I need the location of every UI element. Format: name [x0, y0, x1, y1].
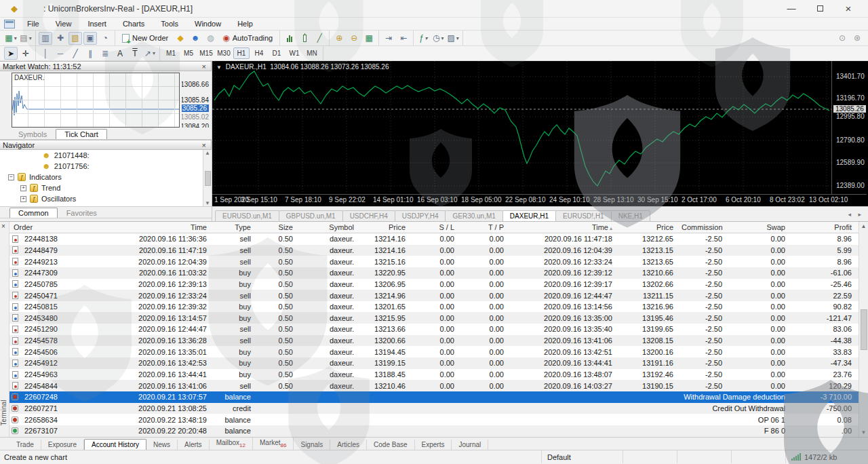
column-header-price[interactable]: Price: [616, 223, 677, 231]
indicators-button[interactable]: ƒ▾: [416, 32, 430, 45]
history-row-22448479[interactable]: 224484792020.09.16 11:47:19sell0.50daxeu…: [9, 245, 859, 256]
tree-item-account[interactable]: ☻ 21071448:: [0, 150, 212, 161]
column-header-commission[interactable]: Commission: [677, 223, 726, 231]
channel-tool[interactable]: ∥: [83, 47, 97, 60]
timeframe-h4[interactable]: H4: [251, 47, 267, 59]
expand-icon[interactable]: +: [20, 196, 26, 202]
history-row-22448138[interactable]: 224481382020.09.16 11:36:36sell0.50daxeu…: [9, 233, 859, 245]
tick-chart[interactable]: DAXEUR.: [12, 73, 180, 128]
expert-advisor-icon[interactable]: ☻: [189, 32, 202, 45]
tree-item-trend[interactable]: + ƒ Trend: [0, 182, 212, 193]
timeframe-m1[interactable]: M1: [163, 47, 179, 59]
auto-scroll-button[interactable]: ⇥: [382, 32, 395, 45]
zoom-in-button[interactable]: ⊕: [332, 32, 346, 45]
terminal-tab-news[interactable]: News: [146, 440, 178, 450]
scroll-down-icon[interactable]: ▼: [861, 429, 867, 436]
terminal-tab-mailbox[interactable]: Mailbox12: [210, 438, 253, 450]
history-row-22453480[interactable]: 224534802020.09.16 13:14:57buy0.50daxeur…: [9, 312, 859, 324]
price-chart[interactable]: ▼ DAXEUR.,H1 13084.06 13088.26 13073.26 …: [212, 61, 868, 206]
column-header-order[interactable]: Order: [9, 223, 68, 231]
new-order-button[interactable]: New Order: [117, 32, 173, 45]
expand-icon[interactable]: +: [20, 185, 26, 191]
timeframe-h1[interactable]: H1: [233, 47, 250, 59]
column-header-s-l[interactable]: S / L: [410, 223, 458, 231]
history-row-22451290[interactable]: 224512902020.09.16 12:44:47sell0.50daxeu…: [9, 324, 859, 335]
history-row-22454506[interactable]: 224545062020.09.16 13:35:01buy0.50daxeur…: [9, 346, 859, 357]
scroll-up-icon[interactable]: ▲: [205, 150, 210, 156]
maximize-button[interactable]: [808, 2, 831, 16]
history-row-22454912[interactable]: 224549122020.09.16 13:42:53buy0.50daxeur…: [9, 357, 859, 369]
bar-chart-button[interactable]: [283, 32, 296, 45]
minimize-button[interactable]: —: [780, 2, 803, 16]
strategy-tester-toggle[interactable]: ◔: [98, 32, 112, 45]
zoom-out-button[interactable]: ⊖: [347, 32, 361, 45]
tab-tick-chart[interactable]: Tick Chart: [56, 129, 107, 139]
timeframe-d1[interactable]: D1: [269, 47, 285, 59]
candlestick-button[interactable]: [298, 32, 311, 45]
vertical-line-tool[interactable]: │: [39, 47, 52, 60]
history-row-22454844[interactable]: 224548442020.09.16 13:41:06sell0.50daxeu…: [9, 380, 859, 391]
terminal-close-icon[interactable]: ×: [1, 223, 5, 230]
column-header-time[interactable]: Time: [68, 223, 211, 231]
history-row-22450471[interactable]: 224504712020.09.16 12:33:24sell0.50daxeu…: [9, 290, 859, 301]
history-row-22454578[interactable]: 224545782020.09.16 13:36:28sell0.50daxeu…: [9, 335, 859, 347]
tab-favorites[interactable]: Favorites: [58, 208, 106, 218]
terminal-tab-code-base[interactable]: Code Base: [367, 440, 414, 450]
autotrading-button[interactable]: ◉ AutoTrading: [218, 32, 277, 45]
chevron-down-icon[interactable]: ▼: [216, 64, 222, 71]
chart-tab-daxeur-h1[interactable]: DAXEUR,H1: [502, 210, 556, 221]
crosshair-tool[interactable]: ✛: [19, 47, 33, 60]
timeframe-m5[interactable]: M5: [180, 47, 197, 59]
periods-button[interactable]: ◷▾: [431, 32, 445, 45]
tree-item-account[interactable]: ☻ 21071756:: [0, 161, 212, 172]
status-profile[interactable]: Default: [541, 450, 623, 463]
navigator-scrollbar[interactable]: ▲ ▼: [203, 150, 212, 206]
arrows-tool[interactable]: ↗▾: [143, 47, 157, 60]
help-icon[interactable]: ⊛: [850, 32, 864, 45]
terminal-tab-articles[interactable]: Articles: [330, 440, 367, 450]
profiles-button[interactable]: ▤▾: [19, 32, 33, 45]
collapse-icon[interactable]: −: [8, 174, 14, 180]
close-button[interactable]: ×: [837, 2, 860, 16]
tab-common[interactable]: Common: [9, 208, 58, 218]
chart-tab-eurusd-h1[interactable]: EURUSD!,H1: [555, 210, 612, 221]
chart-tab-usdjpy-h4[interactable]: USDJPY,H4: [395, 210, 446, 221]
column-header-price[interactable]: Price: [358, 223, 410, 231]
templates-button[interactable]: ▨▾: [446, 32, 460, 45]
history-row-22454963[interactable]: 224549632020.09.16 13:44:41buy0.50daxeur…: [9, 369, 859, 381]
menu-insert[interactable]: Insert: [79, 18, 115, 29]
timeframe-m30[interactable]: M30: [216, 47, 232, 59]
history-row-22658634[interactable]: 226586342020.09.22 13:48:19balanceOP 06 …: [9, 414, 859, 425]
terminal-tab-exposure[interactable]: Exposure: [41, 440, 84, 450]
scroll-down-icon[interactable]: ▼: [205, 200, 210, 206]
line-chart-button[interactable]: ╱: [313, 32, 326, 45]
chart-shift-button[interactable]: ⇤: [397, 32, 410, 45]
timeframe-m15[interactable]: M15: [198, 47, 214, 59]
text-tool[interactable]: A: [113, 47, 127, 60]
chart-tab-ger30-un-m1[interactable]: GER30.un,M1: [445, 210, 502, 221]
chart-tab-scroll-arrows[interactable]: ◂ ▸: [848, 211, 864, 218]
chart-tab-usdchf-h4[interactable]: USDCHF,H4: [342, 210, 395, 221]
tree-item-indicators[interactable]: − ƒ Indicators: [0, 172, 212, 182]
tile-windows-button[interactable]: ▦: [362, 32, 376, 45]
trendline-tool[interactable]: ╱: [68, 47, 82, 60]
tab-symbols[interactable]: Symbols: [9, 129, 56, 139]
metaeditor-button[interactable]: ◆: [174, 32, 187, 45]
terminal-tab-account-history[interactable]: Account History: [84, 439, 146, 450]
search-icon[interactable]: ⊙: [835, 32, 849, 45]
navigator-toggle[interactable]: ▧: [68, 32, 82, 45]
menu-charts[interactable]: Charts: [115, 18, 153, 29]
terminal-tab-signals[interactable]: Signals: [294, 440, 330, 450]
column-header-size[interactable]: Size: [255, 223, 297, 231]
scroll-thumb[interactable]: [861, 309, 867, 350]
column-header-t-p[interactable]: T / P: [458, 223, 508, 231]
terminal-tab-alerts[interactable]: Alerts: [178, 440, 210, 450]
horizontal-line-tool[interactable]: ─: [54, 47, 67, 60]
terminal-tab-journal[interactable]: Journal: [452, 440, 488, 450]
community-icon[interactable]: ◍: [203, 32, 217, 45]
menu-window[interactable]: Window: [186, 18, 229, 29]
column-header-time[interactable]: Time▴: [508, 223, 616, 231]
terminal-toggle[interactable]: ▣: [83, 32, 97, 45]
fibonacci-tool[interactable]: ≣: [98, 47, 112, 60]
tree-item-oscillators[interactable]: + ƒ Oscillators: [0, 193, 212, 204]
